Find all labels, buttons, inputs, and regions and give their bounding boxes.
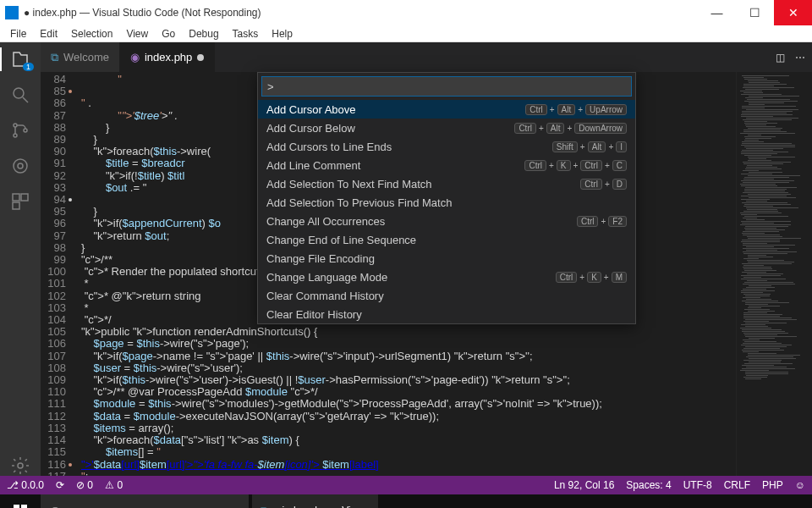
palette-item[interactable]: Clear Command History	[258, 286, 635, 305]
menu-debug[interactable]: Debug	[182, 26, 225, 41]
source-control-icon[interactable]	[10, 120, 30, 141]
palette-item-label: Change All Occurrences	[266, 215, 577, 228]
tab-welcome[interactable]: ⧉ Welcome	[41, 42, 120, 72]
vscode-task-icon: ⧉	[261, 505, 268, 508]
menu-go[interactable]: Go	[155, 26, 182, 41]
palette-item[interactable]: Add Cursors to Line EndsShift+Alt+I	[258, 137, 635, 156]
status-language[interactable]: PHP	[762, 479, 783, 491]
svg-point-2	[14, 124, 17, 127]
menu-file[interactable]: File	[3, 26, 33, 41]
palette-item-label: Change File Encoding	[266, 252, 627, 265]
svg-rect-12	[21, 505, 27, 508]
tab-label: Welcome	[63, 51, 109, 64]
palette-item[interactable]: Clear Editor History	[258, 305, 635, 323]
palette-item-label: Clear Editor History	[266, 308, 627, 321]
palette-item-keys: Ctrl+K+Ctrl+C	[524, 160, 627, 171]
status-errors[interactable]: ⊘ 0	[76, 479, 93, 491]
palette-item[interactable]: Add Selection To Previous Find Match	[258, 193, 635, 212]
status-feedback-icon[interactable]: ☺	[795, 479, 805, 491]
search-placeholder: Type here to search	[69, 505, 166, 509]
tab-label: index.php	[145, 51, 192, 64]
palette-item-label: Add Cursor Below	[266, 122, 514, 135]
editor-tabs: ⧉ Welcome ◉ index.php ◫ ⋯	[41, 42, 812, 72]
dirty-dot-icon	[197, 54, 204, 61]
extensions-icon[interactable]	[10, 191, 30, 212]
svg-rect-9	[13, 202, 19, 209]
status-bar: ⎇ 0.0.0 ⟳ ⊘ 0 ⚠ 0 Ln 92, Col 16 Spaces: …	[0, 476, 812, 494]
palette-item-keys: Shift+Alt+I	[552, 141, 627, 152]
php-icon: ◉	[130, 51, 140, 64]
palette-item[interactable]: Add Line CommentCtrl+K+Ctrl+C	[258, 156, 635, 174]
explorer-icon[interactable]: 1	[10, 49, 30, 69]
palette-item[interactable]: Add Cursor AboveCtrl+Alt+UpArrow	[258, 100, 635, 119]
svg-rect-8	[21, 194, 28, 201]
vscode-tab-icon: ⧉	[51, 51, 58, 64]
palette-item-keys: Ctrl+Alt+DownArrow	[514, 123, 627, 134]
menu-selection[interactable]: Selection	[64, 26, 119, 41]
svg-point-6	[18, 163, 23, 168]
palette-item[interactable]: Change All OccurrencesCtrl+F2	[258, 212, 635, 230]
maximize-button[interactable]: ☐	[736, 0, 774, 25]
svg-rect-7	[13, 194, 19, 201]
tab-index-php[interactable]: ◉ index.php	[120, 42, 215, 72]
menu-bar: File Edit Selection View Go Debug Tasks …	[0, 25, 812, 42]
status-spaces[interactable]: Spaces: 4	[626, 479, 671, 491]
windows-taskbar: ◯ Type here to search ⧉ ● index.php — Vi…	[0, 494, 812, 508]
minimize-button[interactable]: —	[698, 0, 736, 25]
tray-up-icon[interactable]: ㅅ	[748, 505, 757, 509]
start-button[interactable]	[0, 494, 41, 508]
cortana-icon: ◯	[49, 505, 62, 509]
svg-rect-11	[14, 505, 19, 508]
debug-icon[interactable]	[10, 156, 30, 176]
status-warnings[interactable]: ⚠ 0	[105, 479, 123, 491]
split-editor-icon[interactable]: ◫	[776, 52, 785, 64]
settings-icon[interactable]	[10, 456, 30, 476]
explorer-badge: 1	[23, 63, 34, 71]
palette-item-label: Add Selection To Next Find Match	[266, 178, 580, 190]
palette-item-label: Change Language Mode	[266, 271, 556, 284]
close-button[interactable]: ✕	[774, 0, 812, 25]
task-title: ● index.php — Visu...	[273, 505, 370, 508]
menu-tasks[interactable]: Tasks	[226, 26, 266, 41]
taskbar-vscode[interactable]: ⧉ ● index.php — Visu...	[252, 494, 378, 508]
palette-item[interactable]: Add Selection To Next Find MatchCtrl+D	[258, 174, 635, 193]
status-eol[interactable]: CRLF	[724, 479, 750, 491]
menu-edit[interactable]: Edit	[33, 26, 64, 41]
svg-point-10	[18, 463, 23, 468]
status-encoding[interactable]: UTF-8	[683, 479, 712, 491]
window-titlebar: ● index.php — Visual Studio Code (Not Re…	[0, 0, 812, 25]
svg-point-3	[14, 134, 17, 137]
palette-item-keys: Ctrl+K+M	[556, 272, 627, 283]
svg-point-4	[24, 129, 27, 132]
taskbar-search[interactable]: ◯ Type here to search	[41, 494, 249, 508]
menu-help[interactable]: Help	[265, 26, 299, 41]
palette-item-label: Add Cursor Above	[266, 103, 525, 116]
palette-item-label: Add Selection To Previous Find Match	[266, 196, 627, 209]
palette-item-keys: Ctrl+Alt+UpArrow	[525, 104, 627, 115]
palette-item-label: Add Cursors to Line Ends	[266, 141, 552, 153]
status-position[interactable]: Ln 92, Col 16	[554, 479, 614, 491]
search-icon[interactable]	[10, 85, 30, 105]
palette-item-keys: Ctrl+F2	[577, 216, 627, 227]
palette-item-label: Clear Command History	[266, 290, 627, 302]
palette-item-label: Change End of Line Sequence	[266, 234, 627, 246]
more-icon[interactable]: ⋯	[795, 52, 805, 64]
minimap[interactable]	[736, 72, 812, 476]
palette-item[interactable]: Change End of Line Sequence	[258, 230, 635, 249]
palette-item[interactable]: Add Cursor BelowCtrl+Alt+DownArrow	[258, 119, 635, 137]
status-sync-icon[interactable]: ⟳	[56, 479, 64, 491]
palette-item-keys: Ctrl+D	[580, 179, 627, 190]
palette-item[interactable]: Change Language ModeCtrl+K+M	[258, 268, 635, 286]
status-branch[interactable]: ⎇ 0.0.0	[7, 479, 44, 491]
menu-view[interactable]: View	[119, 26, 155, 41]
window-title: ● index.php — Visual Studio Code (Not Re…	[24, 7, 698, 19]
command-input[interactable]	[261, 76, 632, 97]
palette-item[interactable]: Change File Encoding	[258, 249, 635, 268]
vscode-icon	[5, 6, 19, 19]
line-gutter: 8485868788899091929394959697989910010110…	[41, 72, 81, 476]
svg-point-5	[14, 159, 27, 173]
palette-item-label: Add Line Comment	[266, 159, 524, 172]
svg-line-1	[23, 97, 28, 102]
svg-point-0	[14, 88, 24, 98]
activity-bar: 1	[0, 42, 41, 476]
